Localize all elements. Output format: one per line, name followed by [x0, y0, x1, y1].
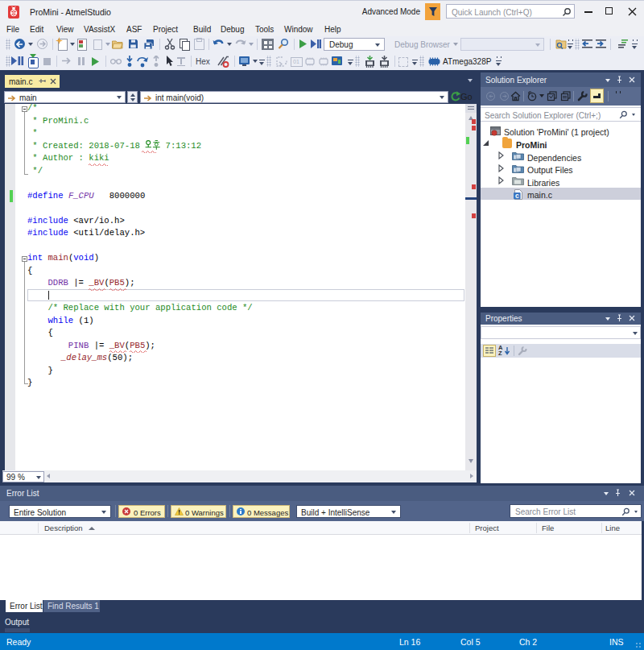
svg-text:c: c	[515, 192, 519, 200]
